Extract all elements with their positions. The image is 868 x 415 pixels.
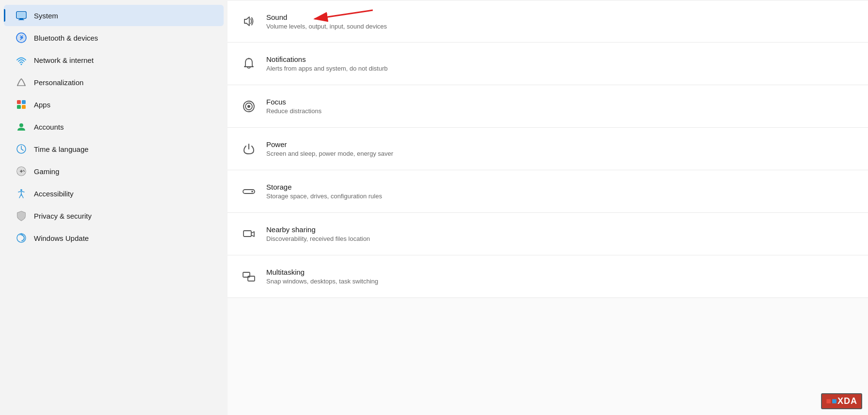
power-text: Power Screen and sleep, power mode, ener… bbox=[266, 140, 854, 157]
svg-point-17 bbox=[23, 170, 24, 171]
sound-title: Sound bbox=[266, 13, 854, 21]
storage-text: Storage Storage space, drives, configura… bbox=[266, 183, 854, 200]
privacy-icon bbox=[15, 210, 27, 222]
watermark: ■■XDA bbox=[821, 393, 862, 409]
svg-point-27 bbox=[251, 191, 253, 193]
nearby-icon bbox=[241, 226, 257, 242]
sound-text: Sound Volume levels, output, input, soun… bbox=[266, 13, 854, 30]
multitasking-icon bbox=[241, 269, 257, 284]
svg-rect-2 bbox=[18, 19, 24, 20]
svg-rect-10 bbox=[22, 105, 26, 109]
sidebar: System Bluetooth & devices Network & int… bbox=[0, 0, 228, 415]
sidebar-item-personalization[interactable]: Personalization bbox=[4, 72, 224, 93]
nearby-title: Nearby sharing bbox=[266, 225, 854, 234]
svg-rect-3 bbox=[17, 13, 25, 17]
focus-description: Reduce distractions bbox=[266, 107, 854, 115]
gaming-icon bbox=[15, 165, 27, 177]
nearby-text: Nearby sharing Discoverability, received… bbox=[266, 225, 854, 242]
nearby-description: Discoverability, received files location bbox=[266, 235, 854, 242]
sidebar-label-bluetooth: Bluetooth & devices bbox=[34, 34, 98, 42]
notifications-title: Notifications bbox=[266, 55, 854, 63]
sidebar-item-accessibility[interactable]: Accessibility bbox=[4, 183, 224, 204]
sidebar-item-apps[interactable]: Apps bbox=[4, 94, 224, 115]
multitasking-description: Snap windows, desktops, task switching bbox=[266, 278, 854, 285]
sound-description: Volume levels, output, input, sound devi… bbox=[266, 23, 854, 30]
svg-point-19 bbox=[20, 189, 22, 191]
settings-item-multitasking[interactable]: Multitasking Snap windows, desktops, tas… bbox=[228, 255, 868, 298]
accounts-icon bbox=[15, 121, 27, 133]
sidebar-label-personalization: Personalization bbox=[34, 78, 84, 87]
sidebar-label-gaming: Gaming bbox=[34, 167, 60, 176]
sidebar-item-accounts[interactable]: Accounts bbox=[4, 116, 224, 137]
sidebar-item-gaming[interactable]: Gaming bbox=[4, 161, 224, 182]
focus-text: Focus Reduce distractions bbox=[266, 98, 854, 115]
storage-title: Storage bbox=[266, 183, 854, 191]
settings-item-nearby[interactable]: Nearby sharing Discoverability, received… bbox=[228, 213, 868, 255]
sidebar-label-system: System bbox=[34, 12, 58, 20]
update-icon bbox=[15, 232, 27, 244]
sidebar-item-bluetooth[interactable]: Bluetooth & devices bbox=[4, 27, 224, 48]
svg-rect-9 bbox=[17, 105, 21, 109]
accessibility-icon bbox=[15, 188, 27, 199]
focus-title: Focus bbox=[266, 98, 854, 106]
svg-point-6 bbox=[21, 64, 22, 65]
sidebar-label-network: Network & internet bbox=[34, 56, 93, 64]
watermark-text: ■■XDA bbox=[821, 393, 862, 409]
multitasking-text: Multitasking Snap windows, desktops, tas… bbox=[266, 268, 854, 285]
svg-point-22 bbox=[248, 58, 250, 59]
svg-point-18 bbox=[24, 171, 25, 172]
settings-item-focus[interactable]: Focus Reduce distractions bbox=[228, 85, 868, 128]
svg-rect-1 bbox=[19, 18, 23, 19]
sidebar-item-update[interactable]: Windows Update bbox=[4, 227, 224, 249]
sidebar-label-apps: Apps bbox=[34, 101, 50, 109]
storage-description: Storage space, drives, configuration rul… bbox=[266, 193, 854, 200]
time-icon bbox=[15, 143, 27, 155]
svg-rect-8 bbox=[22, 100, 26, 104]
sidebar-label-privacy: Privacy & security bbox=[34, 212, 91, 220]
sidebar-label-accounts: Accounts bbox=[34, 123, 64, 131]
apps-icon bbox=[15, 99, 27, 110]
svg-point-11 bbox=[19, 123, 23, 127]
sidebar-item-network[interactable]: Network & internet bbox=[4, 49, 224, 71]
bluetooth-icon bbox=[15, 32, 27, 44]
network-icon bbox=[15, 54, 27, 66]
multitasking-title: Multitasking bbox=[266, 268, 854, 276]
power-title: Power bbox=[266, 140, 854, 148]
power-icon bbox=[241, 141, 257, 157]
sidebar-item-system[interactable]: System bbox=[4, 5, 224, 26]
system-icon bbox=[15, 10, 27, 21]
settings-item-power[interactable]: Power Screen and sleep, power mode, ener… bbox=[228, 128, 868, 170]
sidebar-label-accessibility: Accessibility bbox=[34, 190, 74, 198]
storage-icon bbox=[241, 184, 257, 199]
sidebar-label-time: Time & language bbox=[34, 145, 89, 153]
sidebar-item-privacy[interactable]: Privacy & security bbox=[4, 205, 224, 226]
notifications-description: Alerts from apps and system, do not dist… bbox=[266, 65, 854, 72]
personalization-icon bbox=[15, 76, 27, 88]
focus-icon bbox=[241, 99, 257, 114]
sound-icon bbox=[241, 14, 257, 29]
settings-item-storage[interactable]: Storage Storage space, drives, configura… bbox=[228, 170, 868, 213]
sidebar-label-update: Windows Update bbox=[34, 234, 89, 242]
settings-item-sound[interactable]: Sound Volume levels, output, input, soun… bbox=[228, 0, 868, 43]
settings-list: Sound Volume levels, output, input, soun… bbox=[228, 0, 868, 298]
main-content: Sound Volume levels, output, input, soun… bbox=[228, 0, 868, 415]
notifications-text: Notifications Alerts from apps and syste… bbox=[266, 55, 854, 72]
sidebar-item-time[interactable]: Time & language bbox=[4, 138, 224, 160]
svg-point-25 bbox=[247, 105, 250, 108]
svg-rect-28 bbox=[244, 231, 251, 237]
power-description: Screen and sleep, power mode, energy sav… bbox=[266, 150, 854, 157]
svg-rect-7 bbox=[17, 100, 21, 104]
settings-item-notifications[interactable]: Notifications Alerts from apps and syste… bbox=[228, 43, 868, 85]
notifications-icon bbox=[241, 56, 257, 72]
